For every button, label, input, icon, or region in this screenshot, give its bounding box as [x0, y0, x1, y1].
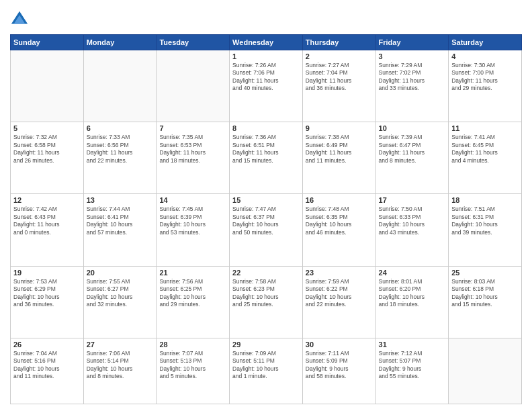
day-info: Sunrise: 7:51 AM Sunset: 6:31 PM Dayligh… [451, 205, 519, 236]
day-info: Sunrise: 7:42 AM Sunset: 6:43 PM Dayligh… [13, 205, 81, 236]
day-number: 21 [159, 269, 226, 277]
day-number: 23 [306, 269, 373, 277]
weekday-header-monday: Monday [83, 35, 157, 50]
day-info: Sunrise: 7:12 AM Sunset: 5:07 PM Dayligh… [379, 350, 446, 381]
calendar-cell: 7Sunrise: 7:35 AM Sunset: 6:53 PM Daylig… [157, 122, 230, 194]
day-info: Sunrise: 7:33 AM Sunset: 6:56 PM Dayligh… [87, 134, 154, 165]
day-number: 31 [379, 340, 446, 349]
day-number: 30 [306, 340, 373, 349]
calendar-cell: 6Sunrise: 7:33 AM Sunset: 6:56 PM Daylig… [83, 122, 157, 194]
day-info: Sunrise: 7:29 AM Sunset: 7:02 PM Dayligh… [379, 62, 446, 93]
day-number: 2 [306, 52, 373, 60]
day-number: 4 [451, 52, 519, 60]
day-info: Sunrise: 7:35 AM Sunset: 6:53 PM Dayligh… [159, 134, 226, 165]
calendar: SundayMondayTuesdayWednesdayThursdayFrid… [10, 34, 522, 404]
day-number: 29 [232, 340, 300, 349]
calendar-cell: 4Sunrise: 7:30 AM Sunset: 7:00 PM Daylig… [449, 50, 522, 122]
day-info: Sunrise: 7:39 AM Sunset: 6:47 PM Dayligh… [379, 134, 446, 165]
day-info: Sunrise: 8:03 AM Sunset: 6:18 PM Dayligh… [451, 278, 519, 309]
day-info: Sunrise: 7:26 AM Sunset: 7:06 PM Dayligh… [232, 62, 300, 93]
day-info: Sunrise: 7:30 AM Sunset: 7:00 PM Dayligh… [451, 62, 519, 93]
day-number: 18 [451, 196, 519, 204]
day-info: Sunrise: 7:56 AM Sunset: 6:25 PM Dayligh… [159, 278, 226, 309]
calendar-cell: 22Sunrise: 7:58 AM Sunset: 6:23 PM Dayli… [230, 266, 303, 338]
day-info: Sunrise: 7:45 AM Sunset: 6:39 PM Dayligh… [159, 205, 226, 236]
calendar-cell: 23Sunrise: 7:59 AM Sunset: 6:22 PM Dayli… [302, 266, 375, 338]
calendar-cell: 25Sunrise: 8:03 AM Sunset: 6:18 PM Dayli… [449, 266, 522, 338]
day-number: 28 [159, 340, 226, 349]
calendar-cell: 15Sunrise: 7:47 AM Sunset: 6:37 PM Dayli… [230, 194, 303, 266]
day-info: Sunrise: 7:38 AM Sunset: 6:49 PM Dayligh… [306, 134, 373, 165]
day-number: 13 [87, 196, 154, 204]
day-number: 11 [451, 124, 519, 132]
weekday-header-sunday: Sunday [11, 35, 84, 50]
calendar-cell: 10Sunrise: 7:39 AM Sunset: 6:47 PM Dayli… [375, 122, 449, 194]
logo-icon [10, 10, 29, 29]
calendar-cell: 16Sunrise: 7:48 AM Sunset: 6:35 PM Dayli… [302, 194, 375, 266]
calendar-cell: 12Sunrise: 7:42 AM Sunset: 6:43 PM Dayli… [11, 194, 84, 266]
day-number: 14 [159, 196, 226, 204]
calendar-cell: 14Sunrise: 7:45 AM Sunset: 6:39 PM Dayli… [157, 194, 230, 266]
day-number: 20 [87, 269, 154, 277]
day-info: Sunrise: 7:41 AM Sunset: 6:45 PM Dayligh… [451, 134, 519, 165]
calendar-cell: 17Sunrise: 7:50 AM Sunset: 6:33 PM Dayli… [375, 194, 449, 266]
calendar-cell: 18Sunrise: 7:51 AM Sunset: 6:31 PM Dayli… [449, 194, 522, 266]
day-number: 27 [87, 340, 154, 349]
calendar-cell: 19Sunrise: 7:53 AM Sunset: 6:29 PM Dayli… [11, 266, 84, 338]
day-info: Sunrise: 7:58 AM Sunset: 6:23 PM Dayligh… [232, 278, 300, 309]
calendar-cell: 24Sunrise: 8:01 AM Sunset: 6:20 PM Dayli… [375, 266, 449, 338]
calendar-cell: 27Sunrise: 7:06 AM Sunset: 5:14 PM Dayli… [83, 338, 157, 404]
day-number: 12 [13, 196, 81, 204]
calendar-cell: 28Sunrise: 7:07 AM Sunset: 5:13 PM Dayli… [157, 338, 230, 404]
day-number: 6 [87, 124, 154, 132]
day-info: Sunrise: 7:32 AM Sunset: 6:58 PM Dayligh… [13, 134, 81, 165]
day-number: 26 [13, 340, 81, 349]
day-number: 5 [13, 124, 81, 132]
calendar-cell: 1Sunrise: 7:26 AM Sunset: 7:06 PM Daylig… [230, 50, 303, 122]
calendar-cell: 29Sunrise: 7:09 AM Sunset: 5:11 PM Dayli… [230, 338, 303, 404]
calendar-cell: 21Sunrise: 7:56 AM Sunset: 6:25 PM Dayli… [157, 266, 230, 338]
day-info: Sunrise: 7:53 AM Sunset: 6:29 PM Dayligh… [13, 278, 81, 309]
day-number: 15 [232, 196, 300, 204]
day-info: Sunrise: 7:48 AM Sunset: 6:35 PM Dayligh… [306, 205, 373, 236]
header [10, 10, 522, 29]
calendar-cell: 3Sunrise: 7:29 AM Sunset: 7:02 PM Daylig… [375, 50, 449, 122]
calendar-cell: 30Sunrise: 7:11 AM Sunset: 5:09 PM Dayli… [302, 338, 375, 404]
page: SundayMondayTuesdayWednesdayThursdayFrid… [0, 0, 532, 411]
day-info: Sunrise: 7:07 AM Sunset: 5:13 PM Dayligh… [159, 350, 226, 381]
calendar-week-1: 1Sunrise: 7:26 AM Sunset: 7:06 PM Daylig… [11, 50, 522, 122]
day-info: Sunrise: 7:04 AM Sunset: 5:16 PM Dayligh… [13, 350, 81, 381]
day-number: 8 [232, 124, 300, 132]
calendar-cell: 20Sunrise: 7:55 AM Sunset: 6:27 PM Dayli… [83, 266, 157, 338]
day-number: 1 [232, 52, 300, 60]
calendar-cell: 9Sunrise: 7:38 AM Sunset: 6:49 PM Daylig… [302, 122, 375, 194]
day-info: Sunrise: 7:44 AM Sunset: 6:41 PM Dayligh… [87, 205, 154, 236]
day-number: 10 [379, 124, 446, 132]
calendar-week-5: 26Sunrise: 7:04 AM Sunset: 5:16 PM Dayli… [11, 338, 522, 404]
day-number: 9 [306, 124, 373, 132]
day-number: 3 [379, 52, 446, 60]
weekday-header-tuesday: Tuesday [157, 35, 230, 50]
weekday-header-row: SundayMondayTuesdayWednesdayThursdayFrid… [11, 35, 522, 50]
day-info: Sunrise: 8:01 AM Sunset: 6:20 PM Dayligh… [379, 278, 446, 309]
day-info: Sunrise: 7:27 AM Sunset: 7:04 PM Dayligh… [306, 62, 373, 93]
day-info: Sunrise: 7:11 AM Sunset: 5:09 PM Dayligh… [306, 350, 373, 381]
calendar-cell [83, 50, 157, 122]
day-info: Sunrise: 7:50 AM Sunset: 6:33 PM Dayligh… [379, 205, 446, 236]
day-number: 17 [379, 196, 446, 204]
day-number: 16 [306, 196, 373, 204]
calendar-cell: 2Sunrise: 7:27 AM Sunset: 7:04 PM Daylig… [302, 50, 375, 122]
weekday-header-wednesday: Wednesday [230, 35, 303, 50]
day-info: Sunrise: 7:09 AM Sunset: 5:11 PM Dayligh… [232, 350, 300, 381]
weekday-header-saturday: Saturday [449, 35, 522, 50]
calendar-cell: 26Sunrise: 7:04 AM Sunset: 5:16 PM Dayli… [11, 338, 84, 404]
day-number: 19 [13, 269, 81, 277]
calendar-cell: 11Sunrise: 7:41 AM Sunset: 6:45 PM Dayli… [449, 122, 522, 194]
calendar-cell [11, 50, 84, 122]
day-info: Sunrise: 7:36 AM Sunset: 6:51 PM Dayligh… [232, 134, 300, 165]
day-number: 25 [451, 269, 519, 277]
day-info: Sunrise: 7:06 AM Sunset: 5:14 PM Dayligh… [87, 350, 154, 381]
logo [10, 10, 32, 29]
day-number: 24 [379, 269, 446, 277]
calendar-cell: 13Sunrise: 7:44 AM Sunset: 6:41 PM Dayli… [83, 194, 157, 266]
